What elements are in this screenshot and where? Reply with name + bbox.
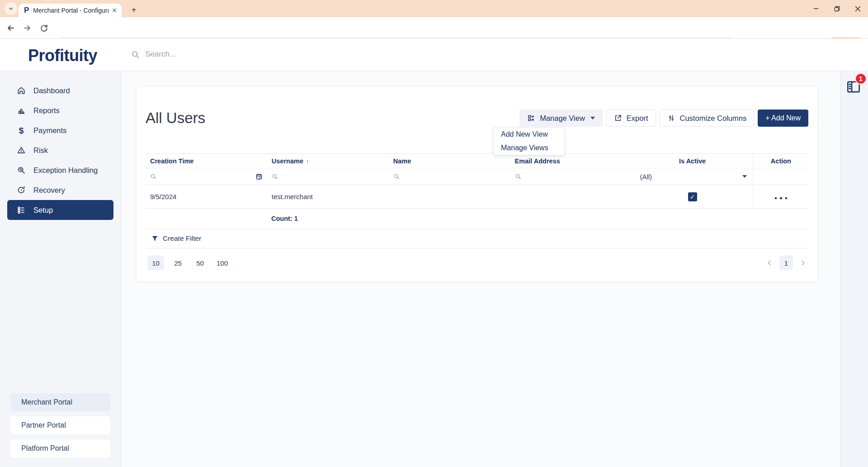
sidebar-item-exception-handling[interactable]: Exception Handling [7, 160, 113, 180]
chevron-left-icon[interactable] [766, 259, 773, 267]
app-header: Profituity Search... AD [0, 39, 868, 71]
page-size-50[interactable]: 50 [192, 256, 208, 270]
bar-chart-icon [16, 105, 26, 115]
menu-item-manage-views[interactable]: Manage Views [494, 141, 564, 155]
portal-button-merchant[interactable]: Merchant Portal [10, 393, 110, 411]
export-button[interactable]: Export [606, 110, 656, 127]
list-settings-icon [16, 205, 26, 215]
window-controls [806, 0, 868, 17]
sidebar-item-label: Recovery [33, 186, 65, 195]
sidebar-item-setup[interactable]: Setup [7, 200, 113, 220]
sidebar-item-dashboard[interactable]: Dashboard [7, 81, 113, 100]
column-header-is-active[interactable]: Is Active [632, 154, 753, 168]
search-icon [393, 173, 400, 180]
recycle-arrows-icon [16, 185, 26, 195]
profituity-logo[interactable]: Profituity [28, 46, 97, 65]
search-placeholder: Search... [145, 50, 176, 59]
filter-cell-name[interactable] [389, 168, 510, 185]
is-active-filter-select[interactable]: (All) [636, 168, 753, 185]
minimize-button[interactable] [806, 0, 826, 17]
table-header-row: Creation Time Username↑ Name Email Addre… [146, 154, 808, 168]
back-arrow-icon [6, 24, 15, 33]
search-icon [515, 173, 521, 180]
chevron-down-icon [8, 6, 14, 11]
filter-cell-creation-time[interactable] [146, 168, 267, 185]
sidebar-item-risk[interactable]: Risk [7, 140, 113, 160]
filter-cell-is-active[interactable]: (All) [632, 168, 753, 185]
manage-view-menu: Add New View Manage Views [494, 127, 565, 155]
calendar-icon[interactable] [255, 173, 263, 180]
create-filter-row: Create Filter [146, 229, 808, 248]
home-icon [16, 86, 26, 95]
sidebar-item-label: Setup [33, 206, 53, 214]
back-button[interactable] [5, 23, 16, 33]
column-header-email-address[interactable]: Email Address [510, 154, 632, 168]
column-header-creation-time[interactable]: Creation Time [146, 154, 267, 168]
browser-tab[interactable]: P Merchant Portal - Configuration ✕ [19, 4, 122, 17]
export-label: Export [627, 114, 648, 123]
cell-name [389, 185, 510, 209]
sliders-icon [667, 114, 675, 122]
chevron-right-icon[interactable] [799, 259, 807, 267]
portal-button-partner[interactable]: Partner Portal [10, 416, 110, 434]
dollar-icon: $ [16, 125, 26, 135]
tab-search-button[interactable] [5, 2, 17, 15]
sidebar-item-label: Exception Handling [33, 166, 98, 175]
forward-arrow-icon [23, 24, 32, 33]
filter-cell-username[interactable] [267, 168, 389, 185]
add-new-button[interactable]: + Add New [758, 110, 808, 127]
restore-button[interactable] [826, 0, 847, 17]
is-active-checkbox[interactable]: ✓ [688, 192, 697, 201]
cell-action [753, 185, 808, 209]
filter-cell-action [753, 168, 808, 185]
portal-button-platform[interactable]: Platform Portal [10, 439, 110, 457]
is-active-filter-value: (All) [640, 173, 652, 181]
sidebar-item-recovery[interactable]: Recovery [7, 180, 113, 200]
favicon-p-icon: P [24, 6, 29, 15]
page-size-25[interactable]: 25 [170, 256, 186, 270]
all-users-card: All Users Manage View Export Customize C… [137, 87, 817, 281]
filter-cell-email-address[interactable] [510, 168, 632, 185]
row-actions-button[interactable] [775, 197, 788, 200]
reload-button[interactable] [38, 23, 49, 33]
sidebar-item-payments[interactable]: $ Payments [7, 120, 113, 140]
column-header-username[interactable]: Username↑ [267, 154, 389, 168]
table-row[interactable]: 9/5/2024 test.merchant ✓ [146, 185, 808, 209]
sidebar-nav: Dashboard Reports $ Payments Risk Except… [0, 81, 121, 220]
current-page-button[interactable]: 1 [779, 256, 793, 270]
pagination-row: 10 25 50 100 1 [146, 248, 808, 277]
customize-columns-button[interactable]: Customize Columns [660, 110, 755, 127]
manage-view-label: Manage View [540, 114, 585, 123]
count-label: Count: 1 [271, 215, 298, 222]
column-header-name[interactable]: Name [389, 154, 510, 168]
manage-view-button[interactable]: Manage View [519, 110, 603, 127]
new-tab-button[interactable]: + [127, 4, 140, 16]
sidebar: Dashboard Reports $ Payments Risk Except… [0, 71, 121, 467]
add-new-label: + Add New [765, 114, 801, 122]
page-size-selector: 10 25 50 100 [147, 256, 231, 270]
export-icon [614, 114, 622, 122]
column-header-action: Action [753, 154, 808, 168]
close-window-button[interactable] [847, 0, 868, 17]
forward-button[interactable] [22, 23, 33, 33]
page-size-100[interactable]: 100 [214, 256, 231, 270]
browser-toolbar: acme.demo.profituity.com/merchant-portal… [0, 17, 868, 39]
right-utility-strip: 1 [840, 71, 868, 467]
tab-title: Merchant Portal - Configuration [33, 7, 109, 14]
global-search[interactable]: Search... [131, 50, 176, 59]
page-navigator: 1 [766, 256, 807, 270]
portal-switcher: Merchant Portal Partner Portal Platform … [10, 393, 110, 457]
cell-email-address [510, 185, 632, 209]
notifications-panel-button[interactable]: 1 [845, 78, 862, 95]
menu-item-add-new-view[interactable]: Add New View [494, 128, 564, 141]
reload-icon [40, 24, 48, 33]
close-icon [855, 6, 861, 12]
tab-close-icon[interactable]: ✕ [112, 7, 117, 14]
summary-row: Count: 1 [146, 209, 808, 229]
warning-triangle-icon [16, 145, 26, 155]
page-size-10[interactable]: 10 [147, 256, 164, 270]
sidebar-item-reports[interactable]: Reports [7, 100, 113, 120]
sidebar-item-label: Payments [33, 126, 66, 135]
create-filter-link[interactable]: Create Filter [163, 234, 201, 243]
minimize-icon [813, 6, 819, 11]
